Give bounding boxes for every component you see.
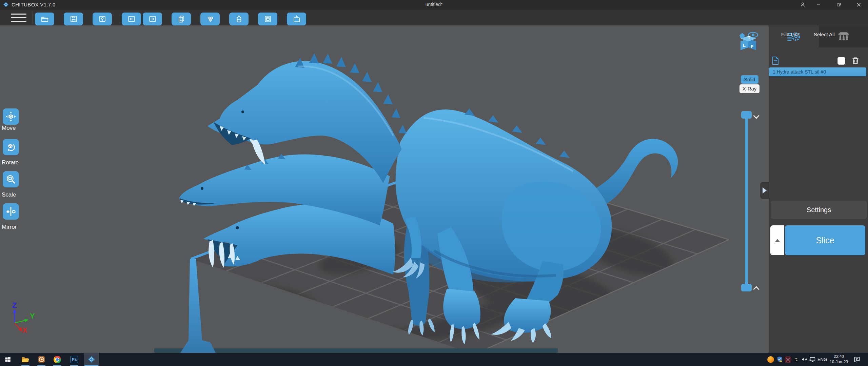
rotate-tool-button[interactable]: [3, 139, 19, 155]
tray-time: 22:40: [828, 354, 849, 359]
rotate-tool-label: Rotate: [0, 159, 24, 166]
tray-network[interactable]: [808, 353, 816, 366]
support-icon: [836, 30, 851, 43]
move-icon: [5, 111, 17, 122]
svg-text:F: F: [751, 44, 753, 49]
chitubox-icon: [87, 355, 95, 363]
undo-button[interactable]: [122, 13, 141, 25]
photoshop-icon: Ps: [71, 356, 78, 363]
tank-button[interactable]: [229, 13, 249, 25]
move-tool-label: Move: [0, 125, 24, 131]
slice-options-button[interactable]: [770, 225, 784, 255]
mirror-tool-button[interactable]: [3, 203, 19, 220]
tray-avast[interactable]: [766, 353, 775, 366]
select-all-checkbox[interactable]: [837, 57, 845, 65]
screenshot-button[interactable]: [93, 13, 112, 25]
restore-icon: [836, 2, 841, 7]
open-file-button[interactable]: [35, 13, 54, 25]
tray-security[interactable]: [775, 353, 784, 366]
home-view-icon[interactable]: [739, 33, 745, 38]
action-center-icon: [853, 356, 861, 363]
undo-icon: [127, 15, 136, 23]
file-list-icon: [772, 56, 779, 65]
hollow-icon: [206, 15, 215, 23]
redo-icon: [148, 15, 157, 23]
y-axis-label: Y: [30, 312, 35, 320]
svg-text:T: T: [748, 35, 750, 40]
minimize-icon: [816, 2, 821, 7]
document-title: untitled*: [0, 2, 868, 7]
taskbar-chitubox-active[interactable]: [84, 353, 99, 366]
zoom-slider-handle-bottom[interactable]: [741, 284, 752, 291]
scale-tool-label: Scale: [0, 191, 24, 198]
tray-date: 10-Jun-23: [828, 359, 849, 365]
settings-button[interactable]: Settings: [771, 201, 867, 219]
windows-logo-icon: [4, 356, 11, 363]
taskbar-photoshop[interactable]: Ps: [68, 353, 81, 366]
x-axis-label: X: [22, 326, 27, 334]
media-player-icon: [38, 355, 45, 363]
file-list-label: File List:: [781, 32, 800, 37]
user-icon: [800, 2, 806, 7]
merge-icon: [292, 15, 301, 23]
taskbar-media-player[interactable]: [35, 353, 47, 366]
clone-icon: [177, 15, 186, 23]
panel-collapse-button[interactable]: [760, 182, 769, 199]
svg-text:L: L: [743, 43, 746, 48]
delete-files-button[interactable]: [852, 57, 859, 65]
speaker-icon: [801, 356, 808, 363]
hollow-button[interactable]: [200, 13, 220, 25]
tray-volume[interactable]: [800, 353, 808, 366]
screenshot-icon: [98, 15, 107, 23]
chevron-down-icon[interactable]: [753, 113, 759, 118]
tray-clock[interactable]: 22:40 10-Jun-23: [828, 354, 849, 365]
view-navigation[interactable]: T L F: [738, 30, 762, 58]
file-explorer-icon: [21, 356, 29, 363]
menu-button[interactable]: [11, 14, 26, 22]
security-shield-icon: [776, 356, 783, 363]
save-button[interactable]: [64, 13, 83, 25]
zoom-slider-track[interactable]: [745, 114, 748, 287]
redo-button[interactable]: [143, 13, 162, 25]
main-toolbar: [0, 9, 868, 25]
tray-red-app[interactable]: [784, 353, 792, 366]
file-list-item[interactable]: 1.Hydra attack STL.stl #0: [769, 67, 866, 76]
merge-button[interactable]: [287, 13, 306, 25]
scale-icon: [5, 174, 17, 185]
zoom-slider-handle-top[interactable]: [741, 111, 752, 119]
select-all-label: Select All: [814, 32, 835, 37]
account-button[interactable]: [797, 1, 808, 8]
mirror-tool-label: Mirror: [0, 224, 24, 230]
network-icon: [809, 356, 816, 363]
tank-icon: [235, 15, 243, 23]
title-bar: CHITUBOX V1.7.0 untitled*: [0, 0, 868, 9]
slice-button[interactable]: Slice: [785, 225, 865, 255]
minimize-button[interactable]: [812, 1, 824, 8]
axis-gizmo: Z Y X: [3, 302, 40, 336]
clone-button[interactable]: [172, 13, 191, 25]
mirror-icon: [5, 206, 17, 217]
start-button[interactable]: [2, 353, 14, 366]
taskbar: Ps: [0, 353, 868, 366]
restore-button[interactable]: [833, 1, 844, 8]
audio-device-icon: [793, 356, 800, 363]
chrome-icon: [54, 356, 61, 363]
close-icon: [856, 2, 862, 7]
z-axis-label: Z: [12, 302, 17, 309]
dig-hole-icon: [263, 15, 272, 23]
chevron-up-icon[interactable]: [753, 285, 759, 290]
toolbar-separator: [32, 11, 33, 24]
dig-hole-button[interactable]: [258, 13, 277, 25]
close-button[interactable]: [853, 1, 865, 8]
action-center-button[interactable]: [852, 353, 862, 366]
tray-language[interactable]: ENG: [816, 353, 828, 366]
taskbar-chrome[interactable]: [51, 353, 64, 366]
xray-mode-button[interactable]: X-Ray: [739, 84, 760, 93]
move-tool-button[interactable]: [3, 108, 19, 125]
tray-audio-device[interactable]: [792, 353, 800, 366]
trash-icon: [853, 58, 859, 64]
solid-mode-button[interactable]: Solid: [741, 75, 758, 84]
scale-tool-button[interactable]: [3, 171, 19, 187]
red-app-icon: [785, 356, 791, 363]
taskbar-file-explorer[interactable]: [19, 353, 31, 366]
